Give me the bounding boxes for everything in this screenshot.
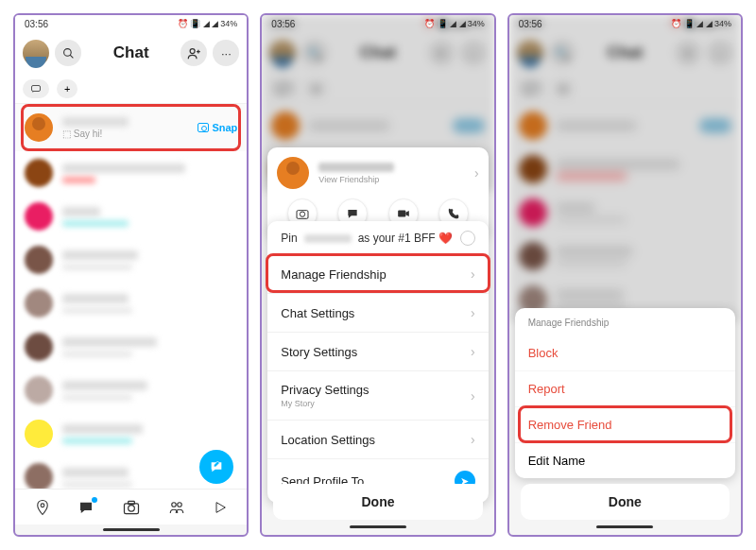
panel-3-manage-friendship: 03:56⏰ 📳 ◢ ◢ 34% 🔍Chat+··· 💬+ 03:56 ⏰ 📳 … <box>507 13 743 537</box>
privacy-settings-item[interactable]: Privacy SettingsMy Story› <box>267 371 488 421</box>
bottom-nav <box>15 489 247 524</box>
report-item[interactable]: Report <box>515 371 735 407</box>
nav-stories-icon[interactable] <box>167 499 186 516</box>
svg-point-11 <box>178 502 182 507</box>
chat-row[interactable] <box>15 151 247 195</box>
nav-map-icon[interactable] <box>34 499 51 516</box>
add-filter-pill[interactable]: + <box>57 79 77 98</box>
chevron-right-icon: › <box>471 305 475 320</box>
search-icon <box>62 47 75 60</box>
chat-row[interactable] <box>15 238 247 282</box>
chat-header: Chat ··· <box>15 32 247 74</box>
remove-friend-item[interactable]: Remove Friend <box>515 407 735 443</box>
chevron-right-icon: › <box>471 266 475 282</box>
view-friendship-label: View Friendship <box>318 175 465 184</box>
svg-rect-5 <box>32 85 41 91</box>
say-hi-label: ⬚ Say hi! <box>62 129 188 139</box>
filter-bar: + <box>15 74 247 104</box>
friend-menu-sheet: Pin as your #1 BFF ❤️ Manage Friendship›… <box>267 221 488 503</box>
view-friendship-row[interactable]: View Friendship › <box>277 157 478 189</box>
location-settings-item[interactable]: Location Settings› <box>267 421 488 459</box>
done-button[interactable]: Done <box>521 484 730 520</box>
pin-bff-row[interactable]: Pin as your #1 BFF ❤️ <box>267 221 488 255</box>
edit-name-item[interactable]: Edit Name <box>515 443 735 478</box>
chat-settings-item[interactable]: Chat Settings› <box>267 294 488 333</box>
home-indicator <box>103 528 160 531</box>
camera-icon <box>198 123 209 132</box>
statusbar: 03:56 ⏰ 📳 ◢ ◢ 34% <box>509 15 741 32</box>
chat-list: ⬚ Say hi! Snap <box>15 104 247 489</box>
profile-avatar-icon[interactable] <box>23 40 49 66</box>
filter-pill[interactable] <box>23 79 49 98</box>
add-friend-icon <box>187 46 201 60</box>
home-indicator <box>596 525 653 528</box>
sheet-title: Manage Friendship <box>515 318 735 335</box>
chevron-right-icon: › <box>471 432 475 447</box>
svg-point-2 <box>190 48 195 53</box>
chat-row-highlighted[interactable]: ⬚ Say hi! Snap <box>15 104 247 151</box>
chevron-right-icon: › <box>471 388 475 404</box>
friend-name-blurred <box>62 117 129 127</box>
radio-unchecked-icon <box>460 231 475 246</box>
new-chat-icon <box>209 459 224 474</box>
story-settings-item[interactable]: Story Settings› <box>267 333 488 371</box>
panel-1-chat-list: 03:56 ⏰ 📳 ◢ ◢ 34% Chat ··· + ⬚ Say hi! S… <box>13 13 249 537</box>
friend-name-blurred <box>318 163 394 172</box>
nav-spotlight-icon[interactable] <box>213 500 228 515</box>
snap-badge[interactable]: Snap <box>198 122 237 133</box>
statusbar: 03:56 ⏰ 📳 ◢ ◢ 34% <box>15 15 247 32</box>
chat-row[interactable] <box>15 195 247 238</box>
block-item[interactable]: Block <box>515 335 735 371</box>
svg-point-13 <box>300 212 304 216</box>
chat-row[interactable] <box>15 369 247 412</box>
chat-row[interactable] <box>15 412 247 455</box>
chat-filter-icon <box>30 83 42 95</box>
svg-point-6 <box>41 503 44 507</box>
more-button[interactable]: ··· <box>213 40 239 66</box>
search-button[interactable] <box>55 40 81 66</box>
nav-camera-icon[interactable] <box>122 498 141 517</box>
home-indicator <box>350 525 406 528</box>
manage-friendship-sheet: Manage Friendship Block Report Remove Fr… <box>515 308 735 478</box>
header-title: Chat <box>87 43 175 62</box>
svg-point-10 <box>172 502 177 507</box>
friend-avatar-icon <box>277 157 309 189</box>
svg-line-1 <box>70 55 73 58</box>
status-icons: ⏰ 📳 ◢ ◢ 34% <box>178 19 238 28</box>
chat-row[interactable] <box>15 282 247 325</box>
add-friend-button[interactable] <box>180 40 207 66</box>
chevron-right-icon: › <box>471 344 475 359</box>
svg-point-0 <box>63 48 71 56</box>
status-time: 03:56 <box>25 19 48 29</box>
done-button[interactable]: Done <box>273 484 482 520</box>
friend-name-blurred <box>304 234 352 243</box>
friend-avatar-icon <box>25 113 53 142</box>
panel-2-friend-menu: 03:56⏰ 📳 ◢ ◢ 34% 🔍Chat+··· 💬+ 03:56 ⏰ 📳 … <box>260 13 495 537</box>
chat-row[interactable] <box>15 325 247 369</box>
manage-friendship-item[interactable]: Manage Friendship› <box>267 255 488 294</box>
svg-point-8 <box>128 505 134 511</box>
svg-rect-9 <box>128 501 134 504</box>
statusbar: 03:56 ⏰ 📳 ◢ ◢ 34% <box>262 15 493 32</box>
svg-rect-14 <box>398 211 405 217</box>
chevron-right-icon: › <box>474 165 479 180</box>
nav-chat-icon[interactable] <box>77 499 94 516</box>
